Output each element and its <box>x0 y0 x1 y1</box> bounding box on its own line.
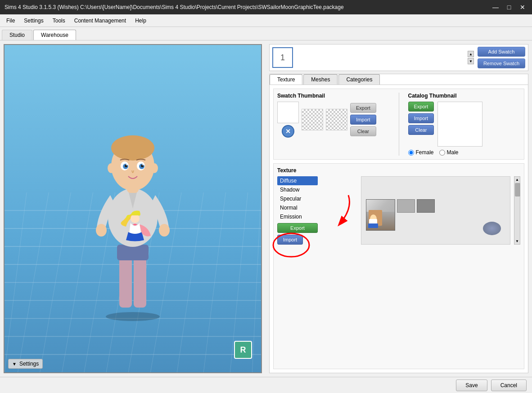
texture-item-specular[interactable]: Specular <box>277 194 318 203</box>
menu-content-management[interactable]: Content Management <box>70 16 131 26</box>
texture-thumb-main <box>366 199 395 231</box>
catalog-thumb-preview <box>437 102 482 147</box>
r-icon[interactable]: R <box>234 341 252 359</box>
scroll-bottom-arrow[interactable]: ▼ <box>514 238 520 244</box>
top-tab-bar: Studio Warehouse <box>0 27 532 40</box>
maximize-button[interactable]: □ <box>504 2 514 12</box>
svg-point-32 <box>111 135 154 161</box>
svg-rect-22 <box>119 254 132 308</box>
svg-point-29 <box>159 224 170 237</box>
scroll-top-arrow[interactable]: ▲ <box>514 177 520 183</box>
swatch-buttons: Add Swatch Remove Swatch <box>478 47 525 68</box>
add-swatch-button[interactable]: Add Swatch <box>478 47 525 57</box>
female-label: Female <box>416 149 434 156</box>
menu-file[interactable]: File <box>2 16 19 26</box>
window-controls: — □ ✕ <box>491 2 527 12</box>
texture-inner: Diffuse Shadow Specular Normal Emission … <box>277 176 520 245</box>
texture-action-buttons: Export Import <box>277 221 318 245</box>
right-panel: 1 ▲ ▼ Add Swatch Remove Swatch Texture M… <box>266 40 532 377</box>
chevron-down-icon: ▼ <box>12 362 17 366</box>
texture-import-button[interactable]: Import <box>277 235 303 245</box>
swatch-thumb-inner: ✕ Export Import Clear <box>277 102 390 138</box>
swatch-item[interactable]: 1 <box>272 47 293 68</box>
left-panel: R ▼ Settings <box>0 40 266 377</box>
tab-studio[interactable]: Studio <box>2 30 32 40</box>
texture-item-emission[interactable]: Emission <box>277 212 318 221</box>
swatch-clear-button[interactable]: Clear <box>350 126 376 136</box>
main-content: R ▼ Settings 1 ▲ ▼ Add Swatch <box>0 40 532 377</box>
swatch-thumb-buttons: Export Import Clear <box>350 103 376 136</box>
thumbnail-section: Swatch Thumbnail ✕ Export Import <box>273 89 524 160</box>
swatch-area: 1 <box>272 47 464 68</box>
texture-preview-scrollbar[interactable]: ▲ ▼ <box>514 176 520 245</box>
male-label: Male <box>447 149 459 156</box>
texture-sphere <box>483 222 501 235</box>
minimize-button[interactable]: — <box>491 2 500 12</box>
cancel-button[interactable]: Cancel <box>491 380 527 391</box>
texture-section-title: Texture <box>277 167 520 174</box>
swatch-export-button[interactable]: Export <box>350 103 376 113</box>
catalog-clear-button[interactable]: Clear <box>408 125 434 135</box>
scroll-down-arrow[interactable]: ▼ <box>468 58 474 64</box>
swatch-import-button[interactable]: Import <box>350 115 376 125</box>
swatch-scrollbar: ▲ ▼ <box>468 51 474 64</box>
texture-item-normal[interactable]: Normal <box>277 203 318 212</box>
female-radio-item[interactable]: Female <box>408 149 434 156</box>
female-radio[interactable] <box>408 150 414 156</box>
section-divider <box>399 93 399 156</box>
svg-point-28 <box>96 224 107 237</box>
settings-bar[interactable]: ▼ Settings <box>8 359 43 369</box>
texture-list: Diffuse Shadow Specular Normal Emission … <box>277 176 318 245</box>
swatch-thumb-checker2 <box>326 109 347 130</box>
texture-item-shadow[interactable]: Shadow <box>277 185 318 194</box>
tab-warehouse[interactable]: Warehouse <box>33 30 76 40</box>
gender-radio-group: Female Male <box>408 149 521 156</box>
texture-thumb-gray <box>397 199 415 213</box>
male-radio[interactable] <box>439 150 445 156</box>
remove-swatch-button[interactable]: Remove Swatch <box>478 58 525 68</box>
menu-tools[interactable]: Tools <box>48 16 70 26</box>
settings-label: Settings <box>19 361 39 367</box>
texture-export-button[interactable]: Export <box>277 223 318 233</box>
swatch-thumbnail-group: Swatch Thumbnail ✕ Export Import <box>277 93 390 156</box>
catalog-thumb-buttons: Export Import Clear <box>408 102 434 147</box>
texture-section: Texture Diffuse Shadow Specular Normal E… <box>273 163 524 369</box>
texture-thumbnails <box>366 199 435 231</box>
title-bar: Sims 4 Studio 3.1.5.3 (Wishes) C:\Users\… <box>0 0 532 14</box>
svg-rect-24 <box>117 245 149 260</box>
svg-point-42 <box>151 163 158 173</box>
scroll-up-arrow[interactable]: ▲ <box>468 51 474 57</box>
texture-preview <box>361 176 510 245</box>
swatch-thumbnail-title: Swatch Thumbnail <box>277 93 390 99</box>
swatch-row: 1 ▲ ▼ Add Swatch Remove Swatch <box>269 44 528 71</box>
svg-point-40 <box>142 164 144 165</box>
tab-categories[interactable]: Categories <box>338 74 380 85</box>
catalog-import-button[interactable]: Import <box>408 113 434 123</box>
save-button[interactable]: Save <box>456 380 487 391</box>
menu-bar: File Settings Tools Content Management H… <box>0 14 532 27</box>
character-model <box>5 45 261 372</box>
arrow-container <box>321 176 357 245</box>
scrollbar-thumb[interactable] <box>515 183 520 196</box>
svg-point-41 <box>108 163 115 173</box>
texture-item-diffuse[interactable]: Diffuse <box>277 176 318 185</box>
svg-point-39 <box>126 164 128 165</box>
male-radio-item[interactable]: Male <box>439 149 459 156</box>
tab-content-area: Swatch Thumbnail ✕ Export Import <box>270 85 528 373</box>
close-button[interactable]: ✕ <box>518 2 527 12</box>
catalog-export-button[interactable]: Export <box>408 102 434 112</box>
sub-tabs: Texture Meshes Categories <box>270 74 528 85</box>
bottom-bar: Save Cancel <box>0 377 532 393</box>
catalog-thumbnail-group: Catalog Thumbnail Export Import Clear <box>408 93 521 156</box>
menu-help[interactable]: Help <box>131 16 151 26</box>
import-annotation-container: Import <box>277 235 318 245</box>
svg-point-21 <box>106 312 160 321</box>
window-title: Sims 4 Studio 3.1.5.3 (Wishes) C:\Users\… <box>5 4 344 10</box>
right-inner-panel: Texture Meshes Categories Swatch Thumbna… <box>269 74 528 373</box>
menu-settings[interactable]: Settings <box>19 16 48 26</box>
tab-meshes[interactable]: Meshes <box>303 74 338 85</box>
tab-texture[interactable]: Texture <box>270 74 302 85</box>
3d-viewport[interactable]: R ▼ Settings <box>4 44 262 373</box>
swatch-thumb-white <box>277 102 299 123</box>
x-icon-button[interactable]: ✕ <box>282 125 294 138</box>
